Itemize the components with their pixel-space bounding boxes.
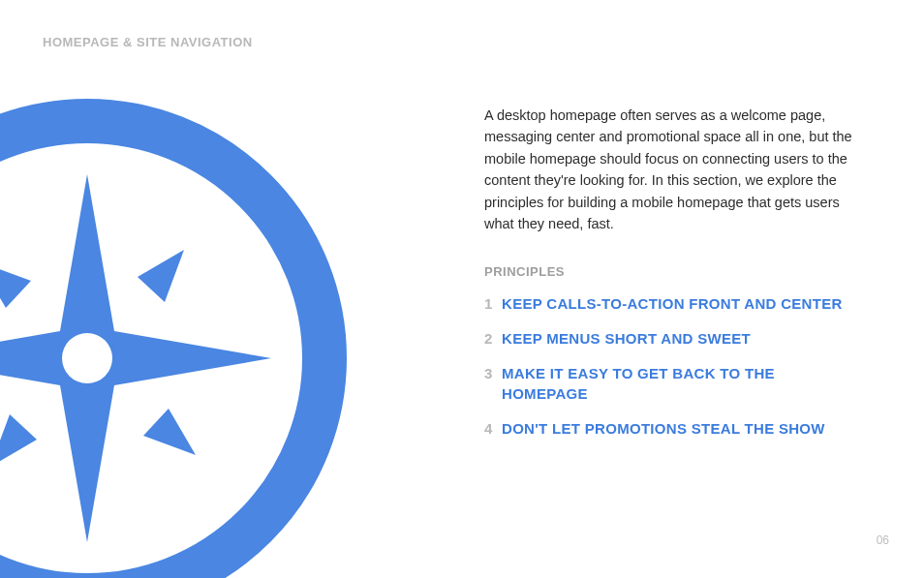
principle-text: DON'T LET PROMOTIONS STEAL THE SHOW <box>502 419 825 439</box>
svg-marker-7 <box>143 409 196 455</box>
principle-item: 4 DON'T LET PROMOTIONS STEAL THE SHOW <box>484 419 862 439</box>
principle-number: 3 <box>484 364 502 383</box>
page-number: 06 <box>877 533 889 547</box>
intro-paragraph: A desktop homepage often serves as a wel… <box>484 105 862 235</box>
svg-point-10 <box>62 333 112 383</box>
compass-icon <box>0 87 358 578</box>
svg-marker-4 <box>0 331 60 385</box>
svg-marker-8 <box>0 414 37 467</box>
svg-marker-6 <box>138 250 184 302</box>
svg-marker-9 <box>0 261 31 308</box>
svg-marker-1 <box>60 174 114 331</box>
section-header: HOMEPAGE & SITE NAVIGATION <box>43 35 253 49</box>
principle-text: MAKE IT EASY TO GET BACK TO THE HOMEPAGE <box>502 364 862 404</box>
principle-number: 2 <box>484 329 502 349</box>
principle-text: KEEP CALLS-TO-ACTION FRONT AND CENTER <box>502 294 843 314</box>
svg-marker-2 <box>114 331 271 385</box>
principle-number: 4 <box>484 419 502 439</box>
principles-heading: PRINCIPLES <box>484 264 862 279</box>
principle-number: 1 <box>484 294 502 314</box>
svg-marker-3 <box>60 385 114 542</box>
principle-item: 2 KEEP MENUS SHORT AND SWEET <box>484 329 862 349</box>
principle-item: 1 KEEP CALLS-TO-ACTION FRONT AND CENTER <box>484 294 862 314</box>
principle-item: 3 MAKE IT EASY TO GET BACK TO THE HOMEPA… <box>484 364 862 404</box>
content-area: A desktop homepage often serves as a wel… <box>484 105 862 454</box>
principle-text: KEEP MENUS SHORT AND SWEET <box>502 329 751 349</box>
